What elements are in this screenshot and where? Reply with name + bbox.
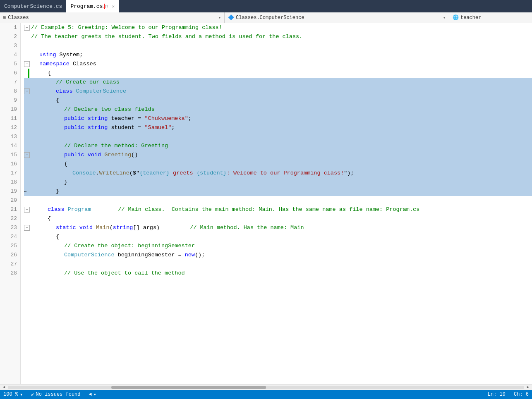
method-name-15: Greeting bbox=[104, 151, 131, 160]
classes-dropdown-arrow[interactable]: ▾ bbox=[218, 15, 221, 20]
collapse-15[interactable]: − bbox=[24, 152, 30, 158]
kw-class-21: class bbox=[48, 205, 65, 214]
collapse-23[interactable]: − bbox=[24, 225, 30, 231]
collapse-1[interactable]: − bbox=[24, 25, 30, 31]
nav-left-icon[interactable]: ◄ bbox=[89, 392, 92, 397]
method-dropdown[interactable]: 🌐 teacher bbox=[449, 12, 532, 23]
kw-string-12: string bbox=[88, 123, 108, 132]
code-line-17: Console . WriteLine ($" {teacher} greets… bbox=[24, 169, 532, 178]
tab-computerscience[interactable]: ComputerScience.cs bbox=[0, 0, 66, 12]
line-num-6: 6 bbox=[0, 69, 20, 78]
zoom-section[interactable]: 100 % ▾ bbox=[3, 392, 23, 398]
plain-15 bbox=[101, 151, 104, 160]
line-num-11: 11 bbox=[0, 114, 20, 123]
code-line-6: { bbox=[24, 69, 532, 78]
paren-26: (); bbox=[195, 251, 205, 260]
kw-void-23: void bbox=[79, 223, 93, 232]
code-line-14: // Declare the method: Greeting bbox=[24, 141, 532, 151]
line-num-21: 21 bbox=[0, 205, 20, 214]
tab-prog-label: Program.cs bbox=[70, 3, 103, 10]
brace-24: { bbox=[56, 232, 59, 241]
red-arrow-annotation: ↓ bbox=[102, 2, 107, 11]
tab-bar: ComputerScience.cs Program.cs ⊓ ✕ bbox=[0, 0, 532, 12]
code-line-21: − class Program // Main class. Contains … bbox=[24, 205, 532, 214]
kw-public-15: public bbox=[64, 151, 84, 160]
code-line-19: ✏ } bbox=[24, 187, 532, 196]
line-num-5: 5 bbox=[0, 60, 20, 69]
horizontal-scrollbar[interactable]: ◄ ► bbox=[0, 384, 532, 390]
line-num-28: 28 bbox=[0, 269, 20, 278]
namespace-dropdown-arrow[interactable]: ▾ bbox=[443, 15, 446, 20]
kw-using: using bbox=[39, 50, 56, 60]
scroll-right-arrow[interactable]: ► bbox=[526, 385, 530, 389]
zoom-arrow: ▾ bbox=[20, 392, 23, 398]
code-line-1: − // Example 5: Greeting: Welcome to our… bbox=[24, 23, 532, 32]
tab-close-icon[interactable]: ✕ bbox=[112, 4, 115, 9]
code-line-18: } bbox=[24, 178, 532, 187]
classes-dropdown[interactable]: ⊞ Classes ▾ bbox=[0, 12, 225, 23]
comment-21: // Main class. Contains the main method:… bbox=[91, 205, 419, 214]
space-23 bbox=[76, 223, 79, 232]
scroll-thumb[interactable] bbox=[111, 386, 266, 389]
line-num-3: 3 bbox=[0, 41, 20, 50]
scroll-track[interactable] bbox=[8, 386, 524, 389]
status-right: Ln: 19 Ch: 6 bbox=[488, 392, 529, 397]
code-line-8: − class ComputerScience bbox=[24, 87, 532, 96]
nav-dropdown-arrow[interactable]: ▾ bbox=[93, 392, 96, 398]
check-icon: ✔ bbox=[31, 392, 34, 398]
code-line-22: { bbox=[24, 214, 532, 223]
space-15 bbox=[84, 151, 88, 160]
code-line-3 bbox=[24, 41, 532, 50]
tab-cs-label: ComputerScience.cs bbox=[4, 3, 62, 10]
scroll-left-arrow[interactable]: ◄ bbox=[2, 385, 6, 389]
line-num-4: 4 bbox=[0, 50, 20, 60]
line-num-27: 27 bbox=[0, 260, 20, 269]
kw-public-11: public bbox=[64, 114, 84, 123]
code-line-9: { bbox=[24, 96, 532, 105]
line-num-16: 16 bbox=[0, 160, 20, 169]
code-line-7: // Create our class bbox=[24, 78, 532, 87]
plain-11: teacher = bbox=[108, 114, 144, 123]
code-line-5: − namespace Classes bbox=[24, 60, 532, 69]
line-num-2: 2 bbox=[0, 32, 20, 41]
space-23b bbox=[93, 223, 96, 232]
semi-11: ; bbox=[188, 114, 192, 123]
line-num-9: 9 bbox=[0, 96, 20, 105]
nav-arrows-section[interactable]: ◄ ▾ bbox=[89, 392, 96, 398]
ln-info: Ln: 19 bbox=[488, 392, 506, 397]
str-student: "Samuel" bbox=[144, 123, 171, 132]
collapse-21[interactable]: − bbox=[24, 207, 30, 213]
ch-info: Ch: 6 bbox=[514, 392, 529, 397]
tab-program[interactable]: Program.cs ⊓ ✕ bbox=[66, 0, 119, 12]
paren-23: ( bbox=[110, 223, 113, 232]
line-num-19: 19 bbox=[0, 187, 20, 196]
line-num-22: 22 bbox=[0, 214, 20, 223]
line-num-23: 23 bbox=[0, 223, 20, 232]
interp-2-17: {student} bbox=[197, 169, 227, 178]
line-num-17: 17 bbox=[0, 169, 20, 178]
space-11a bbox=[84, 114, 88, 123]
str-teacher: "Chukwuemeka" bbox=[144, 114, 188, 123]
plain-4: System; bbox=[56, 50, 83, 60]
line-num-25: 25 bbox=[0, 241, 20, 251]
code-line-12: public string student = "Samuel" ; bbox=[24, 123, 532, 132]
paren-15: () bbox=[131, 151, 138, 160]
line-numbers-gutter: 1 2 3 4 5 6 7 8 9 10 11 12 13 14 15 16 1… bbox=[0, 23, 21, 384]
code-line-25: // Create the object: beginningSemester bbox=[24, 241, 532, 251]
code-line-28: // Use the object to call the method bbox=[24, 269, 532, 278]
code-line-11: public string teacher = "Chukwuemeka" ; bbox=[24, 114, 532, 123]
collapse-8[interactable]: − bbox=[24, 88, 30, 94]
comment-10: // Declare two class fields bbox=[64, 105, 155, 114]
brace-6: { bbox=[48, 69, 51, 78]
method-icon: 🌐 bbox=[453, 14, 459, 21]
comment-14: // Declare the method: Greeting bbox=[64, 141, 168, 151]
issues-section: ✔ No issues found bbox=[31, 392, 80, 398]
kw-string-11: string bbox=[88, 114, 108, 123]
writeline-17: WriteLine bbox=[99, 169, 129, 178]
brace-16: { bbox=[64, 160, 67, 169]
namespace-icon: 🔷 bbox=[228, 14, 234, 21]
plain-26: beginningSemester = bbox=[115, 251, 185, 260]
collapse-5[interactable]: − bbox=[24, 61, 30, 67]
code-lines[interactable]: − // Example 5: Greeting: Welcome to our… bbox=[21, 23, 532, 384]
namespace-dropdown[interactable]: 🔷 Classes.ComputerScience ▾ bbox=[225, 12, 449, 23]
